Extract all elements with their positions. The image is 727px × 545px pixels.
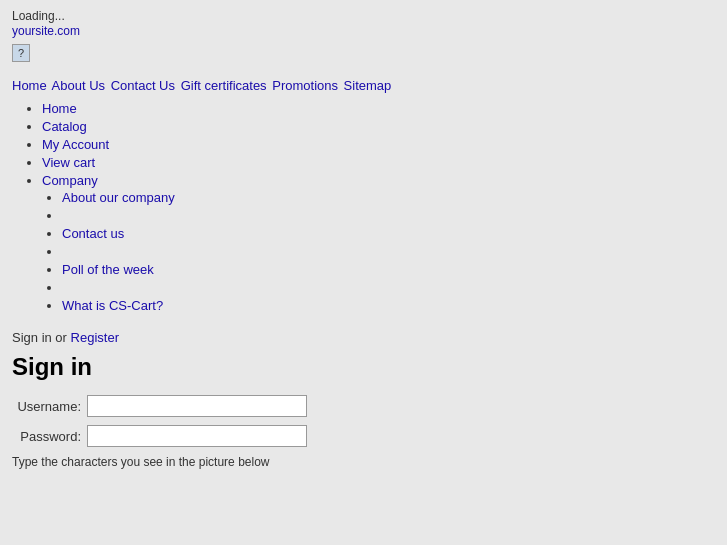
username-row: Username: [12,395,715,417]
subnav-item-about-company: About our company [62,190,715,206]
subnav-item-cscart: What is CS-Cart? [62,298,715,314]
help-icon-wrapper: ? [12,38,715,68]
top-nav-home[interactable]: Home [12,78,47,93]
nav-link-myaccount[interactable]: My Account [42,137,109,152]
subnav-item-poll: Poll of the week [62,262,715,278]
nav-link-home[interactable]: Home [42,101,77,116]
nav-link-company[interactable]: Company [42,173,98,188]
password-input[interactable] [87,425,307,447]
subnav-link-contact[interactable]: Contact us [62,226,124,241]
nav-item-viewcart: View cart [42,155,715,170]
captcha-instruction: Type the characters you see in the pictu… [12,455,715,469]
subnav-item-contact: Contact us [62,226,715,242]
subnav-item-empty1 [62,208,715,224]
nav-item-home: Home [42,101,715,116]
top-nav-gift[interactable]: Gift certificates [181,78,267,93]
password-row: Password: [12,425,715,447]
top-navigation: Home About Us Contact Us Gift certificat… [12,78,715,93]
nav-link-catalog[interactable]: Catalog [42,119,87,134]
site-url-link[interactable]: yoursite.com [12,24,80,38]
loading-status: Loading... [12,8,715,23]
subnav-link-about-company[interactable]: About our company [62,190,175,205]
password-label: Password: [12,429,87,444]
signin-prompt-text: Sign in or [12,330,71,345]
top-nav-promotions[interactable]: Promotions [272,78,338,93]
top-nav-contact[interactable]: Contact Us [111,78,175,93]
subnav-link-cscart[interactable]: What is CS-Cart? [62,298,163,313]
nav-link-viewcart[interactable]: View cart [42,155,95,170]
signin-section: Sign in or Register Sign in Username: Pa… [12,330,715,469]
loading-text: Loading... [12,9,65,23]
site-url-row: yoursite.com [12,23,715,38]
app-container: Loading... yoursite.com ? Home About Us … [0,0,727,477]
subnav-link-poll[interactable]: Poll of the week [62,262,154,277]
nav-item-myaccount: My Account [42,137,715,152]
help-icon[interactable]: ? [12,44,30,62]
top-nav-sitemap[interactable]: Sitemap [344,78,392,93]
subnav-item-empty2 [62,244,715,260]
username-input[interactable] [87,395,307,417]
signin-prompt: Sign in or Register [12,330,715,345]
nav-item-company: Company About our company Contact us Pol… [42,173,715,314]
username-label: Username: [12,399,87,414]
register-link[interactable]: Register [71,330,119,345]
top-nav-about[interactable]: About Us [52,78,105,93]
main-navigation: Home Catalog My Account View cart Compan… [22,101,715,314]
signin-title: Sign in [12,353,715,381]
nav-item-catalog: Catalog [42,119,715,134]
subnav-item-empty3 [62,280,715,296]
